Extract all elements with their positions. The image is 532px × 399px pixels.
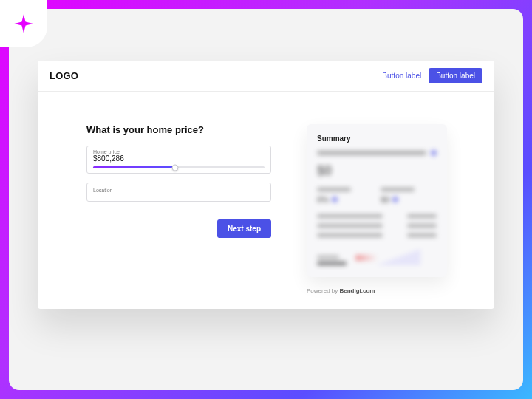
info-icon (332, 197, 338, 202)
powered-by-name: Bendigi.com (339, 287, 375, 294)
location-label: Location (87, 183, 270, 193)
next-step-button[interactable]: Next step (217, 219, 271, 238)
info-icon (431, 150, 437, 156)
slider-thumb[interactable] (172, 164, 179, 171)
home-price-slider[interactable] (87, 166, 270, 173)
sparkle-icon (13, 13, 34, 34)
info-icon (392, 197, 398, 202)
summary-column: Summary $0 0% (307, 124, 447, 294)
home-price-field[interactable]: Home price $800,286 (86, 146, 271, 174)
brand-notch (0, 0, 47, 47)
page-title: What is your home price? (86, 124, 271, 135)
summary-title: Summary (317, 134, 437, 143)
summary-panel: Summary $0 0% (307, 124, 447, 277)
slider-track (93, 166, 265, 168)
workspace: LOGO Button label Button label What is y… (9, 9, 523, 390)
summary-col1-value: 0% (317, 195, 329, 204)
form-column: What is your home price? Home price $800… (86, 124, 271, 294)
header-actions: Button label Button label (382, 68, 482, 83)
app-card: LOGO Button label Button label What is y… (38, 61, 494, 309)
form-actions: Next step (86, 219, 271, 238)
card-header: LOGO Button label Button label (38, 61, 494, 92)
summary-main-value: $0 (317, 163, 437, 179)
card-body: What is your home price? Home price $800… (38, 92, 494, 309)
logo: LOGO (50, 70, 78, 81)
home-price-value: $800,286 (87, 154, 270, 166)
header-primary-button[interactable]: Button label (429, 68, 482, 83)
summary-blurred-content: $0 0% $0 (317, 150, 437, 265)
slider-fill (93, 166, 175, 168)
powered-by: Powered by Bendigi.com (307, 287, 447, 294)
location-field[interactable]: Location (86, 183, 271, 202)
summary-col2-value: $0 (381, 195, 389, 204)
header-link-button[interactable]: Button label (382, 72, 421, 80)
home-price-label: Home price (87, 146, 270, 154)
summary-chart (317, 245, 437, 265)
